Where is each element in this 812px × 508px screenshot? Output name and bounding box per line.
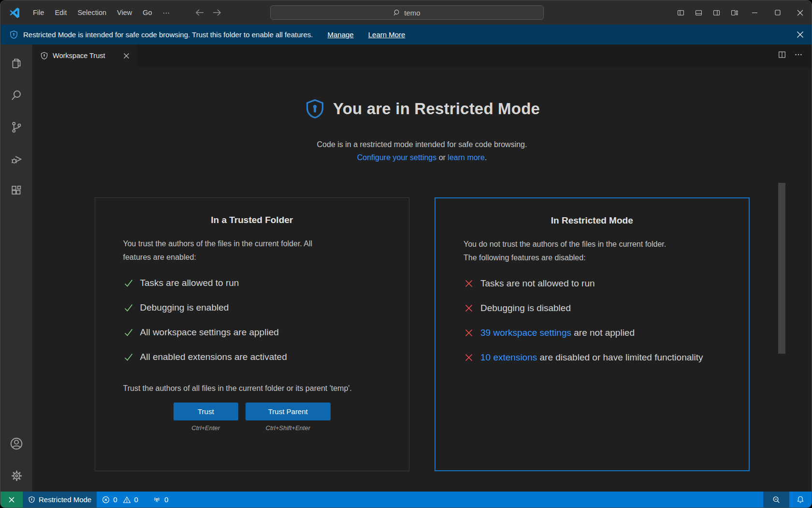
menu-bar: File Edit Selection View Go ··· bbox=[28, 6, 175, 19]
workspace-settings-link[interactable]: 39 workspace settings bbox=[480, 328, 571, 338]
toggle-secondary-sidebar-icon[interactable] bbox=[708, 0, 725, 25]
workspace-trust-editor: You are in Restricted Mode Code is in a … bbox=[32, 67, 812, 492]
restricted-panel-heading: In Restricted Mode bbox=[464, 215, 721, 226]
title-bar: File Edit Selection View Go ··· temo bbox=[0, 0, 812, 25]
editor-scrollbar[interactable] bbox=[778, 183, 785, 354]
notifications-status[interactable] bbox=[789, 492, 812, 508]
trusted-panel-description: You trust the authors of the files in th… bbox=[123, 237, 381, 264]
item-plain: Debugging is disabled bbox=[480, 303, 571, 313]
banner-message: Restricted Mode is intended for safe cod… bbox=[23, 30, 313, 39]
warning-count: 0 bbox=[134, 495, 138, 504]
list-item: Tasks are not allowed to run bbox=[464, 275, 721, 292]
x-icon bbox=[464, 300, 474, 316]
list-item: Debugging is disabled bbox=[464, 300, 721, 316]
trust-footer-text: Trust the authors of all files in the cu… bbox=[123, 382, 381, 395]
configure-settings-link[interactable]: Configure your settings bbox=[357, 153, 437, 162]
shield-icon bbox=[28, 495, 35, 504]
list-item: 39 workspace settings are not applied bbox=[464, 325, 721, 341]
shield-icon bbox=[9, 30, 18, 40]
tab-workspace-trust[interactable]: Workspace Trust bbox=[32, 45, 137, 67]
list-item-text: Tasks are not allowed to run bbox=[480, 275, 595, 292]
editor-actions bbox=[778, 45, 803, 67]
workbench-body: Workspace Trust bbox=[0, 45, 812, 492]
warning-icon bbox=[123, 496, 131, 504]
item-plain: are disabled or have limited functionali… bbox=[537, 352, 703, 362]
tab-close-icon[interactable] bbox=[122, 51, 131, 60]
list-item-text: Debugging is disabled bbox=[480, 300, 571, 316]
search-value: temo bbox=[404, 9, 420, 17]
banner-close-icon[interactable] bbox=[797, 31, 804, 38]
list-item-text: Debugging is enabled bbox=[140, 299, 229, 316]
search-icon bbox=[393, 9, 401, 16]
restricted-feature-list: Tasks are not allowed to run Debugging i… bbox=[464, 275, 721, 366]
trust-parent-button[interactable]: Trust Parent bbox=[246, 403, 331, 420]
menu-selection[interactable]: Selection bbox=[72, 6, 112, 19]
ports-status[interactable]: 0 bbox=[147, 492, 174, 508]
list-item-text: 39 workspace settings are not applied bbox=[480, 325, 635, 341]
learn-more-inline-link[interactable]: learn more bbox=[448, 153, 484, 162]
manage-link[interactable]: Manage bbox=[328, 30, 354, 39]
check-icon bbox=[123, 299, 134, 316]
x-icon bbox=[464, 349, 474, 366]
search-icon[interactable] bbox=[0, 79, 32, 111]
subtitle-period: . bbox=[485, 153, 487, 162]
extensions-icon[interactable] bbox=[0, 175, 32, 207]
forward-arrow-icon[interactable] bbox=[213, 9, 221, 16]
trusted-desc-line1: You trust the authors of the files in th… bbox=[123, 239, 313, 248]
vscode-logo-icon bbox=[8, 6, 21, 19]
check-icon bbox=[123, 275, 134, 291]
restricted-panel-description: You do not trust the authors of the file… bbox=[464, 238, 721, 265]
page-title: You are in Restricted Mode bbox=[333, 100, 540, 118]
trust-shortcut: Ctrl+Enter bbox=[174, 424, 238, 432]
list-item-text: Tasks are allowed to run bbox=[140, 275, 239, 291]
toggle-panel-icon[interactable] bbox=[690, 0, 708, 25]
list-item: Tasks are allowed to run bbox=[123, 275, 381, 291]
problems-status[interactable]: 0 0 bbox=[97, 492, 144, 508]
trust-button[interactable]: Trust bbox=[174, 403, 238, 420]
list-item: All enabled extensions are activated bbox=[123, 349, 381, 365]
source-control-icon[interactable] bbox=[0, 111, 32, 143]
customize-layout-icon[interactable] bbox=[725, 0, 743, 25]
menu-more[interactable]: ··· bbox=[158, 6, 175, 19]
run-debug-icon[interactable] bbox=[0, 143, 32, 175]
workspace-trust-status[interactable]: Restricted Mode bbox=[23, 492, 97, 508]
x-icon bbox=[464, 275, 474, 292]
close-window-button[interactable] bbox=[789, 0, 812, 25]
menu-file[interactable]: File bbox=[28, 6, 49, 19]
menu-edit[interactable]: Edit bbox=[49, 6, 72, 19]
trust-parent-shortcut: Ctrl+Shift+Enter bbox=[246, 424, 331, 432]
menu-go[interactable]: Go bbox=[137, 6, 157, 19]
list-item-text: All workspace settings are applied bbox=[140, 324, 279, 341]
account-icon[interactable] bbox=[0, 428, 32, 460]
trusted-folder-panel: In a Trusted Folder You trust the author… bbox=[95, 197, 410, 471]
menu-view[interactable]: View bbox=[112, 6, 137, 19]
settings-gear-icon[interactable] bbox=[0, 460, 32, 492]
ports-count: 0 bbox=[164, 495, 168, 504]
tab-label: Workspace Trust bbox=[53, 52, 105, 60]
command-center-search[interactable]: temo bbox=[270, 5, 544, 20]
shield-icon bbox=[304, 97, 326, 120]
remote-indicator[interactable] bbox=[0, 492, 23, 508]
subtitle-or: or bbox=[436, 153, 448, 162]
window-controls bbox=[672, 0, 812, 25]
more-actions-icon[interactable] bbox=[794, 50, 803, 61]
maximize-button[interactable] bbox=[766, 0, 789, 25]
status-bar: Restricted Mode 0 0 0 bbox=[0, 492, 812, 508]
learn-more-link[interactable]: Learn More bbox=[368, 30, 406, 39]
item-plain: Tasks are not allowed to run bbox=[480, 278, 595, 288]
error-icon bbox=[102, 496, 110, 504]
restricted-mode-label: Restricted Mode bbox=[39, 495, 91, 504]
radio-tower-icon bbox=[153, 495, 161, 504]
minimize-button[interactable] bbox=[743, 0, 766, 25]
toggle-sidebar-icon[interactable] bbox=[672, 0, 690, 25]
trust-buttons-row: Trust Trust Parent bbox=[123, 403, 381, 420]
restricted-mode-banner: Restricted Mode is intended for safe cod… bbox=[0, 25, 812, 45]
extensions-link[interactable]: 10 extensions bbox=[480, 352, 537, 362]
zoom-status[interactable] bbox=[763, 492, 789, 508]
editor-column: Workspace Trust bbox=[32, 45, 812, 492]
split-editor-icon[interactable] bbox=[778, 50, 786, 61]
restricted-desc-line2: The following features are disabled: bbox=[464, 254, 586, 262]
back-arrow-icon[interactable] bbox=[195, 9, 204, 16]
vscode-window: File Edit Selection View Go ··· temo bbox=[0, 0, 812, 508]
explorer-icon[interactable] bbox=[0, 47, 32, 79]
